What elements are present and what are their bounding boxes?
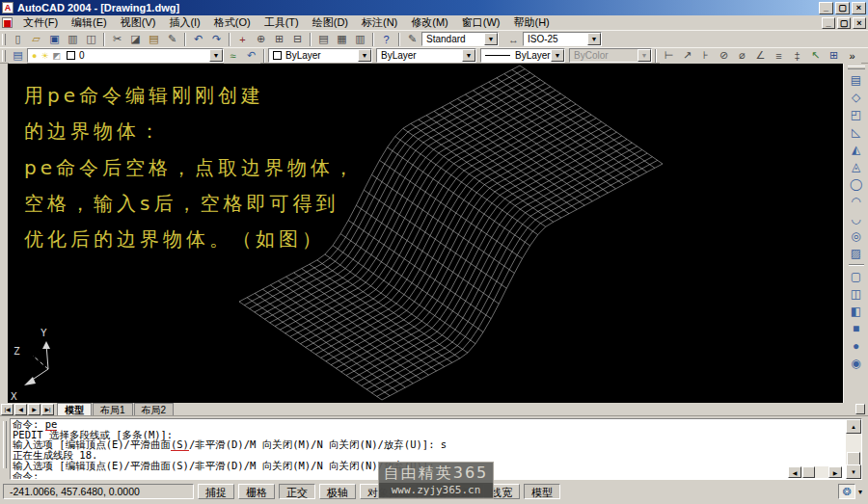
toolbar-handle[interactable] [848,66,865,69]
snap-toggle[interactable]: 捕捉 [198,484,234,499]
cone-surface-button[interactable]: ◬ [847,158,866,175]
layer-combo[interactable]: ●☀◩ 0 ▼ [27,48,224,63]
command-window-grip[interactable] [3,421,7,468]
3d-wireframe-button[interactable]: ◫ [847,285,866,303]
dish-surface-button[interactable]: ◡ [847,210,866,227]
open-file-button[interactable]: ▱ [27,32,45,47]
shaded-with-edges-button[interactable]: ◉ [847,355,866,372]
sphere-surface-button[interactable]: ◯ [847,175,866,193]
tab-scroll-last[interactable]: ▶| [41,404,54,415]
layers-manager-button[interactable]: ▤ [9,48,27,64]
plot-preview-button[interactable]: ◫ [82,32,100,47]
text-style-button[interactable]: ✎ [403,32,421,47]
baseline-dimension-button[interactable]: ≡ [770,48,788,64]
cut-button[interactable]: ✂ [108,32,126,47]
edge-surface-button[interactable]: ▨ [847,245,866,262]
pyramid-surface-button[interactable]: ◭ [847,141,866,158]
ortho-toggle[interactable]: 正交 [279,484,315,499]
scroll-left-icon[interactable]: ◀ [788,466,801,478]
scroll-right-icon[interactable]: ▶ [828,466,842,478]
menu-dimension[interactable]: 标注(N) [355,14,404,31]
tool-palettes-button[interactable]: ▥ [351,32,369,47]
vscroll-thumb[interactable] [847,452,860,465]
scroll-up-icon[interactable]: ▲ [846,419,861,434]
tab-model[interactable]: 模型 [57,403,92,415]
chevron-down-icon[interactable]: ▼ [551,49,564,62]
color-combo[interactable]: ByLayer ▼ [268,48,372,63]
linear-dimension-button[interactable]: ⊢ [660,48,678,64]
aligned-dimension-button[interactable]: ↗ [678,48,696,64]
menu-view[interactable]: 视图(V) [114,14,163,31]
dome-surface-button[interactable]: ◠ [847,193,866,210]
dim-style-button[interactable]: ↔ [504,32,523,47]
text-style-combo[interactable]: Standard ▼ [421,32,499,46]
menu-tools[interactable]: 工具(T) [258,14,306,31]
chevron-down-icon[interactable]: ▼ [484,33,498,45]
menu-modify[interactable]: 修改(M) [404,14,455,31]
zoom-window-button[interactable]: ⊞ [270,32,288,47]
menu-window[interactable]: 窗口(W) [455,14,507,31]
help-button[interactable]: ? [377,32,395,47]
wedge-surface-button[interactable]: ◺ [847,123,866,141]
linetype-combo[interactable]: ByLayer ▼ [376,48,476,63]
menu-format[interactable]: 格式(O) [207,14,258,31]
minimize-button[interactable]: _ [819,2,833,14]
pan-realtime-button[interactable]: + [233,32,252,47]
chevron-down-icon[interactable]: ▼ [587,33,601,45]
tab-bar-splitter[interactable] [855,404,865,414]
tab-layout1[interactable]: 布局1 [93,403,133,415]
quick-leader-button[interactable]: ↖ [806,48,825,64]
continue-dimension-button[interactable]: ‡ [788,48,806,64]
copy-button[interactable]: ◪ [126,32,145,47]
menu-file[interactable]: 文件(F) [16,14,65,31]
2d-solid-button[interactable]: ▤ [847,71,866,89]
properties-button[interactable]: ▤ [314,32,333,47]
radius-dimension-button[interactable]: ⊘ [715,48,733,64]
save-file-button[interactable]: ▣ [45,32,64,47]
3d-face-button[interactable]: ◇ [847,89,866,106]
menu-edit[interactable]: 编辑(E) [65,14,114,31]
model-space-toggle[interactable]: 模型 [524,484,560,499]
make-object-layer-current-button[interactable]: ≈ [224,48,242,64]
redo-button[interactable]: ↷ [207,32,226,47]
zoom-realtime-button[interactable]: ⊕ [252,32,270,47]
tab-scroll-prev[interactable]: ◀ [14,404,27,415]
status-tray-chevron-icon[interactable]: ▾ [858,488,862,496]
doc-restore-button[interactable]: ▢ [837,17,851,29]
menu-draw[interactable]: 绘图(D) [306,14,355,31]
angular-dimension-button[interactable]: ∠ [751,48,770,64]
command-hscrollbar[interactable]: ◀ ▶ [788,466,842,478]
new-file-button[interactable]: ▯ [9,32,27,47]
torus-surface-button[interactable]: ◎ [847,227,866,245]
lineweight-combo[interactable]: ByLayer ▼ [480,48,565,63]
toolbar-handle[interactable] [2,50,6,62]
menu-help[interactable]: 帮助(H) [507,14,556,31]
toolbar-handle[interactable] [2,34,6,45]
hidden-shade-button[interactable]: ◧ [847,303,866,320]
dim-style-combo[interactable]: ISO-25 ▼ [523,32,602,46]
menu-insert[interactable]: 插入(I) [162,14,206,31]
restore-button[interactable]: ▢ [835,2,850,14]
command-vscrollbar[interactable]: ▲ ▼ [846,419,861,479]
quick-dimension-button[interactable]: ⊦ [696,48,715,64]
tab-scroll-next[interactable]: ▶ [28,404,41,415]
box-surface-button[interactable]: ◰ [847,106,866,123]
layer-previous-button[interactable]: ↶ [242,48,260,64]
flat-shaded-button[interactable]: ■ [847,320,866,337]
tab-scroll-first[interactable]: |◀ [1,404,14,415]
communication-center-icon[interactable]: ❂ [838,484,855,499]
designcenter-button[interactable]: ▦ [333,32,351,47]
2d-wireframe-button[interactable]: ▢ [847,268,866,285]
close-button[interactable]: × [852,2,866,14]
toolbar-overflow-button[interactable]: » [843,48,861,64]
polar-toggle[interactable]: 极轴 [319,484,356,499]
doc-minimize-button[interactable]: _ [822,17,835,29]
hscroll-thumb[interactable] [802,466,815,478]
diameter-dimension-button[interactable]: ⌀ [733,48,751,64]
chevron-down-icon[interactable]: ▼ [209,49,223,62]
tab-layout2[interactable]: 布局2 [134,403,175,415]
tolerance-button[interactable]: ⊞ [825,48,843,64]
chevron-down-icon[interactable]: ▼ [462,49,475,62]
doc-close-button[interactable]: × [853,17,866,29]
match-properties-button[interactable]: ✎ [163,32,181,47]
